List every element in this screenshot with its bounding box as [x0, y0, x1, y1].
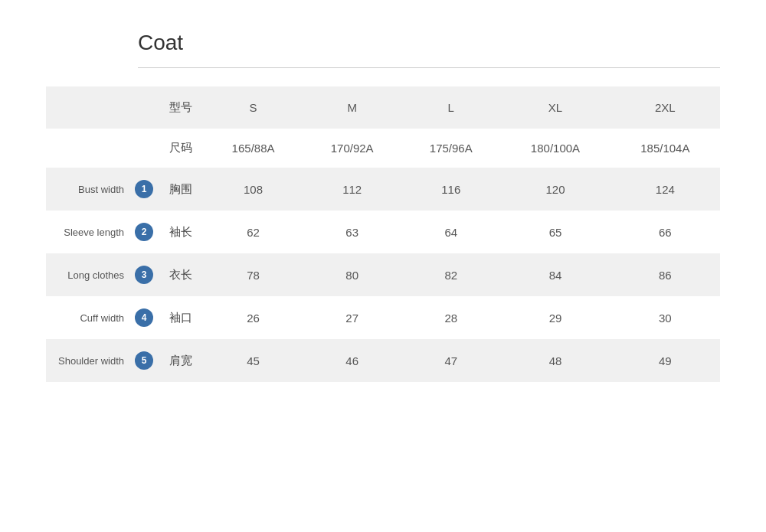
- row-3-en-label: Cuff width: [46, 296, 130, 339]
- size-row: 尺码 165/88A170/92A175/96A180/100A185/104A: [46, 129, 720, 168]
- row-1-col-3: 65: [500, 211, 610, 253]
- size-col-0: 165/88A: [204, 129, 303, 168]
- size-badge-cell: [130, 129, 158, 168]
- row-4-col-4: 49: [611, 339, 720, 382]
- row-4-col-2: 47: [401, 339, 500, 382]
- row-1-cn-label: 袖长: [158, 211, 204, 253]
- header-badge-cell: [130, 86, 158, 129]
- row-4-cn-label: 肩宽: [158, 339, 204, 382]
- size-en-label: [46, 129, 130, 168]
- row-1-badge-cell: 2: [130, 211, 158, 253]
- row-0-cn-label: 胸围: [158, 168, 204, 211]
- data-row-4: Shoulder width 5 肩宽 4546474849: [46, 339, 720, 382]
- row-3-col-2: 28: [401, 296, 500, 339]
- main-container: Coat 型号 SMLXL2XL 尺码 165/88A170/92A175/96…: [46, 31, 720, 382]
- row-2-cn-label: 衣长: [158, 253, 204, 296]
- row-2-col-3: 84: [500, 253, 610, 296]
- header-cn-label: 型号: [158, 86, 204, 129]
- page-title: Coat: [138, 31, 720, 55]
- row-4-col-3: 48: [500, 339, 610, 382]
- row-3-badge: 4: [135, 308, 153, 327]
- header-col-3: XL: [500, 86, 610, 129]
- header-en-label: [46, 86, 130, 129]
- row-1-col-4: 66: [611, 211, 720, 253]
- row-2-col-2: 82: [401, 253, 500, 296]
- header-col-1: M: [303, 86, 401, 129]
- row-1-col-0: 62: [204, 211, 303, 253]
- row-0-en-label: Bust width: [46, 168, 130, 211]
- data-row-3: Cuff width 4 袖口 2627282930: [46, 296, 720, 339]
- row-3-col-1: 27: [303, 296, 401, 339]
- row-0-col-3: 120: [500, 168, 610, 211]
- row-2-col-4: 86: [611, 253, 720, 296]
- row-0-badge-cell: 1: [130, 168, 158, 211]
- row-2-badge-cell: 3: [130, 253, 158, 296]
- header-col-0: S: [204, 86, 303, 129]
- row-0-col-1: 112: [303, 168, 401, 211]
- header-row: 型号 SMLXL2XL: [46, 86, 720, 129]
- row-1-en-label: Sleeve length: [46, 211, 130, 253]
- size-col-2: 175/96A: [401, 129, 500, 168]
- row-2-col-0: 78: [204, 253, 303, 296]
- row-3-cn-label: 袖口: [158, 296, 204, 339]
- row-4-badge: 5: [135, 351, 153, 370]
- size-table: 型号 SMLXL2XL 尺码 165/88A170/92A175/96A180/…: [46, 86, 720, 382]
- row-1-col-2: 64: [401, 211, 500, 253]
- row-3-col-4: 30: [611, 296, 720, 339]
- row-4-badge-cell: 5: [130, 339, 158, 382]
- row-0-col-4: 124: [611, 168, 720, 211]
- data-row-1: Sleeve length 2 袖长 6263646566: [46, 211, 720, 253]
- row-0-col-2: 116: [401, 168, 500, 211]
- row-0-badge: 1: [135, 180, 153, 198]
- row-3-col-0: 26: [204, 296, 303, 339]
- row-4-col-1: 46: [303, 339, 401, 382]
- data-row-2: Long clothes 3 衣长 7880828486: [46, 253, 720, 296]
- row-4-col-0: 45: [204, 339, 303, 382]
- row-2-en-label: Long clothes: [46, 253, 130, 296]
- row-0-col-0: 108: [204, 168, 303, 211]
- header-col-4: 2XL: [611, 86, 720, 129]
- row-1-badge: 2: [135, 223, 153, 241]
- divider: [138, 67, 720, 68]
- header-col-2: L: [401, 86, 500, 129]
- data-row-0: Bust width 1 胸围 108112116120124: [46, 168, 720, 211]
- size-cn-label: 尺码: [158, 129, 204, 168]
- size-col-4: 185/104A: [611, 129, 720, 168]
- row-2-badge: 3: [135, 266, 153, 284]
- size-col-3: 180/100A: [500, 129, 610, 168]
- row-3-col-3: 29: [500, 296, 610, 339]
- row-4-en-label: Shoulder width: [46, 339, 130, 382]
- row-3-badge-cell: 4: [130, 296, 158, 339]
- row-1-col-1: 63: [303, 211, 401, 253]
- size-col-1: 170/92A: [303, 129, 401, 168]
- row-2-col-1: 80: [303, 253, 401, 296]
